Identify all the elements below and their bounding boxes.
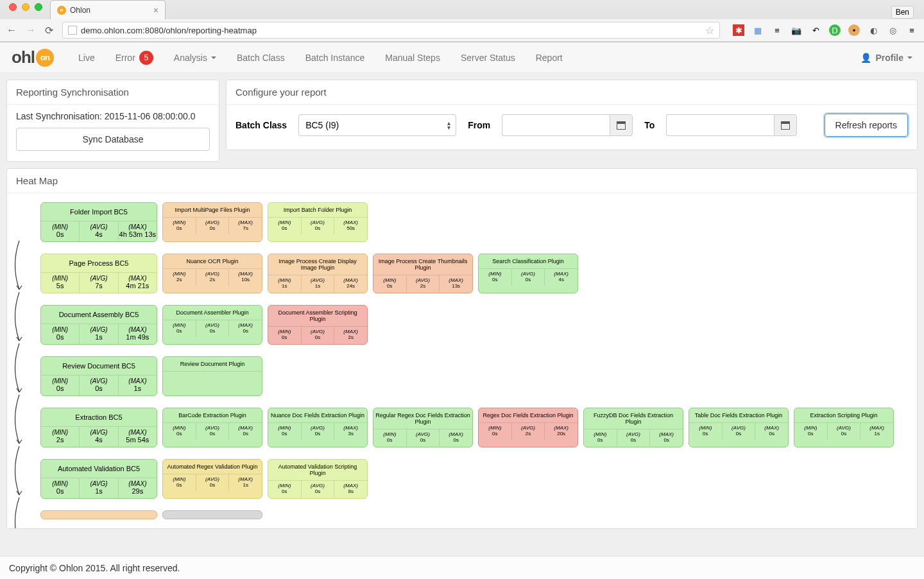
plugin-card[interactable]: Import Batch Folder Plugin(MIN)0s(AVG)0s… — [268, 202, 368, 242]
to-date-input[interactable] — [666, 114, 774, 136]
calendar-icon — [617, 121, 626, 130]
plugin-card[interactable]: Review Document Plugin — [162, 356, 262, 396]
flow-arrow-icon — [10, 445, 29, 504]
nav-report[interactable]: Report — [526, 42, 573, 73]
profile-menu[interactable]: 👤 Profile — [860, 53, 912, 63]
ext-icon[interactable]: ▦ — [752, 24, 764, 36]
stage-card[interactable] — [40, 510, 157, 519]
ext-icon[interactable]: ↶ — [810, 24, 821, 36]
stage-card[interactable]: Page Process BC5(MIN)5s(AVG)7s(MAX)4m 21… — [40, 254, 157, 293]
nav-live[interactable]: Live — [68, 42, 105, 73]
plugin-card[interactable]: Import MultiPage Files Plugin(MIN)0s(AVG… — [162, 202, 262, 242]
plugin-card[interactable] — [162, 510, 262, 519]
nav-error[interactable]: Error5 — [105, 42, 164, 73]
plugin-card[interactable]: Search Classification Plugin(MIN)0s(AVG)… — [478, 254, 578, 293]
plugin-title: Search Classification Plugin — [479, 254, 578, 269]
plugin-card[interactable]: Image Process Create Display Image Plugi… — [268, 254, 368, 293]
stage-title: Automated Validation BC5 — [41, 460, 157, 478]
to-date-picker-button[interactable] — [774, 114, 797, 136]
plugin-card[interactable]: Automated Validation Scripting Plugin(MI… — [268, 459, 368, 499]
plugin-card[interactable]: Extraction Scripting Plugin(MIN)0s(AVG)0… — [794, 408, 894, 447]
plugin-title: Image Process Create Display Image Plugi… — [268, 254, 367, 275]
ext-icon[interactable]: ◎ — [887, 24, 898, 36]
sync-database-button[interactable]: Sync Database — [16, 128, 210, 151]
configure-title: Configure your report — [227, 80, 917, 105]
reload-icon[interactable]: ⟳ — [45, 24, 53, 37]
heat-row: Automated Validation BC5(MIN)0s(AVG)1s(M… — [22, 459, 911, 499]
ext-icon[interactable]: ✱ — [733, 24, 744, 36]
menu-icon[interactable]: ≡ — [906, 24, 918, 36]
plugin-card[interactable]: BarCode Extraction Plugin(MIN)0s(AVG)0s(… — [162, 408, 262, 447]
refresh-reports-button[interactable]: Refresh reports — [825, 114, 908, 137]
stage-card[interactable]: Review Document BC5(MIN)0s(AVG)0s(MAX)1s — [40, 356, 157, 396]
footer: Copyright © Ohlon 2015. All right reserv… — [0, 556, 924, 579]
batch-class-select[interactable]: BC5 (I9) ▴▾ — [298, 114, 456, 136]
plugin-card[interactable]: Document Assembler Scripting Plugin(MIN)… — [268, 305, 368, 345]
window-close[interactable] — [9, 3, 17, 11]
browser-chrome: Ben o Ohlon × ← → ⟳ demo.ohlon.com:8080/… — [0, 0, 924, 42]
plugin-title: Document Assembler Plugin — [163, 306, 262, 320]
logo[interactable]: ohlon — [12, 48, 54, 67]
nav-batch-instance[interactable]: Batch Instance — [295, 42, 375, 73]
window-minimize[interactable] — [22, 3, 30, 11]
plugin-card[interactable]: Regular Regex Doc Fields Extraction Plug… — [373, 408, 473, 447]
plugin-card[interactable]: Image Process Create Thumbnails Plugin(M… — [373, 254, 473, 293]
stage-card[interactable]: Automated Validation BC5(MIN)0s(AVG)1s(M… — [40, 459, 157, 499]
ext-icon[interactable]: D — [829, 24, 841, 36]
plugin-title: Review Document Plugin — [163, 357, 262, 372]
configure-panel: Configure your report Batch Class BC5 (I… — [226, 80, 918, 150]
batch-class-label: Batch Class — [235, 120, 287, 130]
ext-icon[interactable]: • — [848, 24, 860, 36]
caret-icon — [907, 56, 912, 62]
ext-icon[interactable]: 📷 — [791, 24, 802, 36]
ext-icon[interactable]: ≡ — [771, 24, 783, 36]
plugin-card[interactable]: Nuance Doc Fields Extraction Plugin(MIN)… — [268, 408, 368, 447]
stage-card[interactable]: Document Assembly BC5(MIN)0s(AVG)1s(MAX)… — [40, 305, 157, 345]
plugin-card[interactable]: Document Assembler Plugin(MIN)0s(AVG)0s(… — [162, 305, 262, 345]
plugin-title: Extraction Scripting Plugin — [794, 408, 893, 423]
ext-icon[interactable]: ◐ — [868, 24, 879, 36]
caret-icon — [211, 56, 216, 62]
last-sync-text: Last Synchronisation: 2015-11-06 08:00:0… — [16, 111, 210, 121]
stage-title: Page Process BC5 — [41, 254, 157, 273]
plugin-card[interactable]: Nuance OCR Plugin(MIN)2s(AVG)2s(MAX)10s — [162, 254, 262, 293]
address-bar[interactable]: demo.ohlon.com:8080/ohlon/reporting-heat… — [62, 22, 720, 39]
heat-row: Document Assembly BC5(MIN)0s(AVG)1s(MAX)… — [22, 305, 911, 345]
nav-manual-steps[interactable]: Manual Steps — [375, 42, 450, 73]
tab-favicon: o — [57, 6, 66, 15]
plugin-title: Import Batch Folder Plugin — [268, 203, 367, 218]
plugin-card[interactable]: Table Doc Fields Extraction Plugin(MIN)0… — [689, 408, 789, 447]
browser-tab[interactable]: o Ohlon × — [50, 0, 166, 19]
plugin-card[interactable]: FuzzyDB Doc Fields Extraction Plugin(MIN… — [583, 408, 683, 447]
heat-row: Page Process BC5(MIN)5s(AVG)7s(MAX)4m 21… — [22, 254, 911, 293]
plugin-title: Automated Validation Scripting Plugin — [268, 460, 367, 481]
flow-arrow-icon — [10, 291, 29, 350]
main-nav: Live Error5 Analysis Batch Class Batch I… — [68, 42, 573, 73]
back-icon[interactable]: ← — [6, 24, 17, 36]
plugin-title: BarCode Extraction Plugin — [163, 408, 262, 423]
stage-title: Review Document BC5 — [41, 357, 157, 376]
stage-card[interactable]: Extraction BC5(MIN)2s(AVG)4s(MAX)5m 54s — [40, 408, 157, 447]
chrome-user-chip[interactable]: Ben — [891, 6, 914, 19]
stage-title: Extraction BC5 — [41, 408, 157, 427]
forward-icon: → — [26, 24, 36, 36]
plugin-card[interactable]: Automated Regex Validation Plugin(MIN)0s… — [162, 459, 262, 499]
logo-orb: on — [36, 49, 54, 67]
stage-card[interactable]: Folder Import BC5(MIN)0s(AVG)4s(MAX)4h 5… — [40, 202, 157, 242]
nav-analysis[interactable]: Analysis — [164, 42, 227, 73]
to-label: To — [644, 120, 654, 130]
plugin-title: Document Assembler Scripting Plugin — [268, 306, 367, 327]
flow-arrow-icon — [10, 239, 29, 298]
from-date-input[interactable] — [502, 114, 610, 136]
window-maximize[interactable] — [35, 3, 42, 11]
plugin-card[interactable]: Regex Doc Fields Extraction Plugin(MIN)0… — [478, 408, 578, 447]
bookmark-star-icon[interactable]: ☆ — [705, 24, 714, 37]
plugin-title: Regex Doc Fields Extraction Plugin — [479, 408, 578, 423]
from-date-picker-button[interactable] — [610, 114, 633, 136]
tab-close-icon[interactable]: × — [153, 5, 158, 15]
url-text: demo.ohlon.com:8080/ohlon/reporting-heat… — [81, 26, 257, 35]
nav-server-status[interactable]: Server Status — [450, 42, 526, 73]
flow-arrow-icon — [10, 393, 29, 453]
plugin-title: Table Doc Fields Extraction Plugin — [689, 408, 788, 423]
nav-batch-class[interactable]: Batch Class — [227, 42, 295, 73]
